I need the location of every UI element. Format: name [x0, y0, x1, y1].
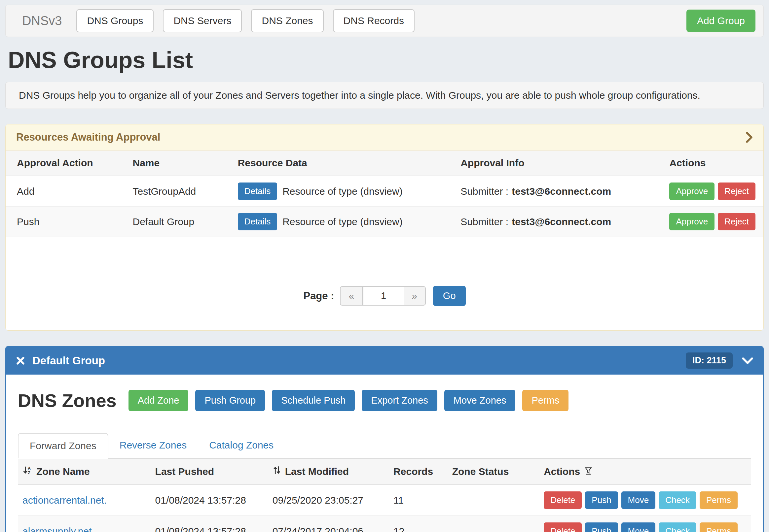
- col-zone-actions: Actions: [538, 459, 751, 484]
- brand-label: DNSv3: [22, 14, 62, 28]
- approval-resource-cell: Details Resource of type (dnsview): [230, 207, 452, 237]
- col-approval-info: Approval Info: [452, 150, 661, 176]
- page-number-input[interactable]: [363, 286, 404, 306]
- approval-actions-cell: Approve Reject: [661, 176, 763, 207]
- approval-info-cell: Submitter :test3@6connect.com: [452, 176, 661, 207]
- zone-row: actioncarrental.net. 01/08/2024 13:57:28…: [18, 484, 751, 516]
- close-icon[interactable]: [16, 356, 25, 365]
- last-pushed-cell: 01/08/2024 13:57:28: [150, 516, 267, 532]
- details-button[interactable]: Details: [238, 183, 277, 200]
- approval-row: Push Default Group Details Resource of t…: [6, 207, 763, 237]
- move-zones-button[interactable]: Move Zones: [444, 390, 516, 411]
- resource-description: Resource of type (dnsview): [283, 216, 403, 227]
- approval-name-cell: Default Group: [125, 207, 230, 237]
- previous-page-button[interactable]: «: [340, 286, 363, 306]
- last-modified-cell: 07/24/2017 20:04:06: [267, 516, 388, 532]
- tab-catalog-zones[interactable]: Catalog Zones: [198, 433, 285, 458]
- dns-zones-heading: DNS Zones: [18, 390, 117, 411]
- approve-button[interactable]: Approve: [669, 183, 715, 200]
- filter-icon[interactable]: [584, 466, 593, 477]
- zone-row: alarmsupply.net. 01/08/2024 13:57:28 07/…: [18, 516, 751, 532]
- svg-text:Z: Z: [28, 471, 30, 475]
- check-button[interactable]: Check: [659, 522, 696, 532]
- details-button[interactable]: Details: [238, 213, 277, 230]
- move-button[interactable]: Move: [621, 491, 656, 509]
- page: DNSv3 DNS Groups DNS Servers DNS Zones D…: [0, 0, 769, 532]
- tab-reverse-zones[interactable]: Reverse Zones: [108, 433, 198, 458]
- approval-panel-title: Resources Awaiting Approval: [16, 131, 160, 143]
- add-group-button[interactable]: Add Group: [686, 10, 755, 32]
- approval-header-row: Approval Action Name Resource Data Appro…: [6, 150, 763, 176]
- schedule-push-button[interactable]: Schedule Push: [272, 390, 355, 411]
- zones-toolbar: DNS Zones Add Zone Push Group Schedule P…: [18, 390, 751, 411]
- col-records: Records: [388, 459, 447, 484]
- group-panel-body: DNS Zones Add Zone Push Group Schedule P…: [6, 375, 763, 532]
- group-panel-header: Default Group ID: 2115: [6, 347, 763, 375]
- submitter-email: test3@6connect.com: [512, 186, 611, 197]
- col-approval-action: Approval Action: [6, 150, 125, 176]
- col-actions: Actions: [661, 150, 763, 176]
- zone-actions-cell: Delete Push Move Check Perms: [538, 516, 751, 532]
- submitter-label: Submitter :: [460, 216, 508, 227]
- push-button[interactable]: Push: [585, 522, 618, 532]
- col-zone-name[interactable]: A Z Zone Name: [18, 459, 150, 484]
- col-zone-status: Zone Status: [447, 459, 539, 484]
- page-input-group: « »: [340, 286, 425, 306]
- check-button[interactable]: Check: [659, 491, 696, 509]
- nav-dns-records-button[interactable]: DNS Records: [333, 9, 415, 32]
- approval-actions-cell: Approve Reject: [661, 207, 763, 237]
- svg-text:A: A: [28, 466, 31, 471]
- nav-dns-servers-button[interactable]: DNS Servers: [163, 9, 242, 32]
- top-navbar: DNSv3 DNS Groups DNS Servers DNS Zones D…: [5, 5, 764, 37]
- zone-name-cell: actioncarrental.net.: [18, 484, 150, 516]
- last-modified-cell: 09/25/2020 23:05:27: [267, 484, 388, 516]
- push-group-button[interactable]: Push Group: [195, 390, 265, 411]
- export-zones-button[interactable]: Export Zones: [362, 390, 437, 411]
- records-cell: 12: [388, 516, 447, 532]
- page-label: Page :: [303, 290, 334, 302]
- push-button[interactable]: Push: [585, 491, 618, 509]
- approval-resource-cell: Details Resource of type (dnsview): [230, 176, 452, 207]
- next-page-button[interactable]: »: [404, 286, 426, 306]
- group-id-badge: ID: 2115: [686, 352, 733, 369]
- zone-status-cell: [447, 484, 539, 516]
- approval-panel-header[interactable]: Resources Awaiting Approval: [6, 124, 763, 150]
- chevron-down-icon[interactable]: [742, 357, 753, 364]
- approval-table: Approval Action Name Resource Data Appro…: [6, 150, 763, 237]
- nav-dns-groups-button[interactable]: DNS Groups: [76, 9, 153, 32]
- perms-row-button[interactable]: Perms: [700, 491, 738, 509]
- perms-row-button[interactable]: Perms: [700, 522, 738, 532]
- zones-table: A Z Zone Name Last Pushed: [18, 459, 751, 532]
- zone-link[interactable]: alarmsupply.net.: [22, 526, 94, 532]
- sort-icon: [273, 466, 281, 477]
- reject-button[interactable]: Reject: [718, 213, 755, 230]
- resource-description: Resource of type (dnsview): [283, 186, 403, 197]
- submitter-label: Submitter :: [460, 186, 508, 197]
- approval-action-cell: Push: [6, 207, 125, 237]
- zone-name-cell: alarmsupply.net.: [18, 516, 150, 532]
- col-resource-data: Resource Data: [230, 150, 452, 176]
- zone-actions-cell: Delete Push Move Check Perms: [538, 484, 751, 516]
- perms-button[interactable]: Perms: [522, 390, 568, 411]
- approval-row: Add TestGroupAdd Details Resource of typ…: [6, 176, 763, 207]
- go-button[interactable]: Go: [433, 286, 466, 306]
- tab-forward-zones[interactable]: Forward Zones: [18, 433, 108, 459]
- nav-dns-zones-button[interactable]: DNS Zones: [251, 9, 323, 32]
- col-name: Name: [125, 150, 230, 176]
- sort-alpha-icon: A Z: [22, 465, 32, 478]
- approval-panel: Resources Awaiting Approval Approval Act…: [5, 124, 764, 331]
- zones-tabs: Forward Zones Reverse Zones Catalog Zone…: [18, 433, 751, 459]
- approval-action-cell: Add: [6, 176, 125, 207]
- approve-button[interactable]: Approve: [669, 213, 715, 230]
- move-button[interactable]: Move: [621, 522, 656, 532]
- delete-button[interactable]: Delete: [544, 522, 582, 532]
- col-last-modified[interactable]: Last Modified: [267, 459, 388, 484]
- zones-header-row: A Z Zone Name Last Pushed: [18, 459, 751, 484]
- reject-button[interactable]: Reject: [718, 183, 755, 200]
- page-title: DNS Groups List: [8, 47, 761, 73]
- approval-pagination: Page : « » Go: [6, 237, 763, 330]
- delete-button[interactable]: Delete: [544, 491, 582, 509]
- submitter-email: test3@6connect.com: [512, 216, 611, 227]
- zone-link[interactable]: actioncarrental.net.: [22, 495, 107, 506]
- add-zone-button[interactable]: Add Zone: [128, 390, 188, 411]
